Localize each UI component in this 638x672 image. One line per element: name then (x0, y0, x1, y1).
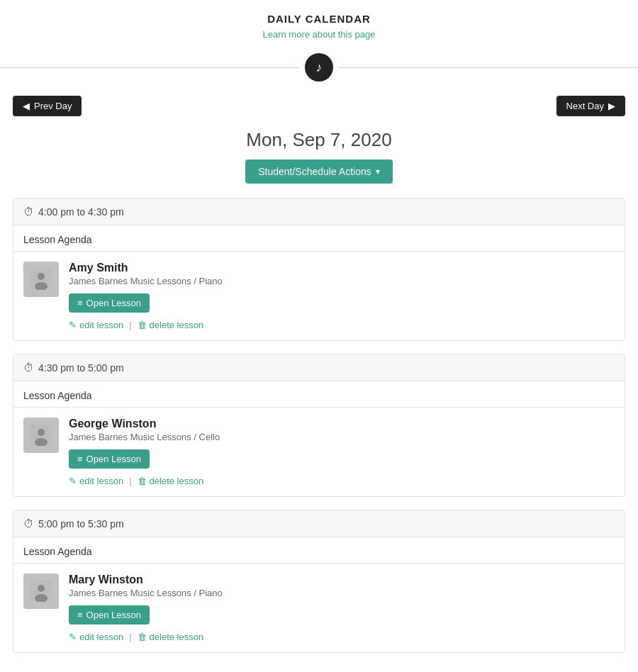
time-range-1: 4:00 pm to 4:30 pm (38, 206, 124, 218)
student-info-2: George Winston James Barnes Music Lesson… (69, 418, 615, 486)
learn-more-link[interactable]: Learn more about this page (263, 29, 376, 40)
student-card-3: Mary Winston James Barnes Music Lessons … (13, 564, 625, 652)
edit-lesson-link-2[interactable]: ✎ edit lesson (69, 476, 123, 486)
edit-label-1: edit lesson (79, 320, 123, 330)
page-title: DAILY CALENDAR (0, 13, 638, 25)
student-card-1: Amy Smith James Barnes Music Lessons / P… (13, 252, 625, 340)
actions-label: Student/Schedule Actions (258, 166, 371, 177)
edit-label-3: edit lesson (79, 632, 123, 642)
divider-right (339, 67, 638, 68)
edit-label-2: edit lesson (79, 476, 123, 486)
delete-label-3: delete lesson (150, 632, 204, 642)
open-lesson-label-2: Open Lesson (86, 454, 141, 464)
lesson-agenda-label-1: Lesson Agenda (13, 225, 625, 252)
edit-icon-3: ✎ (69, 632, 77, 642)
separator-2: | (129, 476, 131, 486)
time-range-2: 4:30 pm to 5:00 pm (38, 362, 124, 374)
list-icon-3: ≡ (77, 610, 83, 620)
time-block-3: ⏱ 5:00 pm to 5:30 pm Lesson Agenda Mary … (13, 510, 625, 653)
delete-lesson-link-3[interactable]: 🗑 delete lesson (138, 632, 204, 642)
lesson-type-2: James Barnes Music Lessons / Cello (69, 432, 615, 442)
lesson-actions-2: ✎ edit lesson | 🗑 delete lesson (69, 476, 615, 486)
delete-label-1: delete lesson (150, 320, 204, 330)
trash-icon-3: 🗑 (138, 632, 147, 642)
delete-lesson-link-2[interactable]: 🗑 delete lesson (138, 476, 204, 486)
time-header-2: ⏱ 4:30 pm to 5:00 pm (13, 354, 625, 381)
calendar-date: Mon, Sep 7, 2020 (0, 129, 638, 151)
arrow-left-icon: ◀ (23, 101, 30, 111)
delete-label-2: delete lesson (150, 476, 204, 486)
clock-icon-2: ⏱ (23, 362, 34, 374)
prev-day-label: Prev Day (34, 101, 72, 111)
svg-point-4 (38, 429, 45, 436)
svg-point-1 (38, 273, 45, 280)
time-block-2: ⏱ 4:30 pm to 5:00 pm Lesson Agenda Georg… (13, 354, 625, 497)
separator-3: | (129, 632, 131, 642)
edit-lesson-link-3[interactable]: ✎ edit lesson (69, 632, 123, 642)
time-blocks-container: ⏱ 4:00 pm to 4:30 pm Lesson Agenda Amy S… (0, 198, 638, 653)
separator-1: | (129, 320, 131, 330)
delete-lesson-link-1[interactable]: 🗑 delete lesson (138, 320, 204, 330)
student-avatar-2 (23, 418, 59, 453)
student-avatar-1 (23, 262, 59, 297)
date-actions: Mon, Sep 7, 2020 Student/Schedule Action… (0, 123, 638, 198)
next-day-button[interactable]: Next Day ▶ (556, 96, 625, 116)
student-name-2: George Winston (69, 418, 615, 430)
next-day-label: Next Day (566, 101, 604, 111)
time-block-1: ⏱ 4:00 pm to 4:30 pm Lesson Agenda Amy S… (13, 198, 625, 341)
list-icon-1: ≡ (77, 298, 83, 308)
page-header: DAILY CALENDAR Learn more about this pag… (0, 0, 638, 40)
music-icon: ♪ (316, 60, 323, 75)
edit-lesson-link-1[interactable]: ✎ edit lesson (69, 320, 123, 330)
chevron-down-icon: ▾ (376, 167, 380, 177)
lesson-type-1: James Barnes Music Lessons / Piano (69, 276, 615, 286)
svg-point-7 (38, 585, 45, 592)
list-icon-2: ≡ (77, 454, 83, 464)
lesson-actions-1: ✎ edit lesson | 🗑 delete lesson (69, 320, 615, 330)
trash-icon-2: 🗑 (138, 476, 147, 486)
nav-row: ◀ Prev Day Next Day ▶ (0, 89, 638, 123)
music-icon-circle: ♪ (305, 53, 333, 82)
clock-icon-3: ⏱ (23, 517, 34, 530)
lesson-agenda-label-3: Lesson Agenda (13, 537, 625, 564)
open-lesson-button-3[interactable]: ≡ Open Lesson (69, 605, 150, 625)
divider-row: ♪ (0, 53, 638, 82)
time-header-3: ⏱ 5:00 pm to 5:30 pm (13, 510, 625, 537)
student-info-1: Amy Smith James Barnes Music Lessons / P… (69, 262, 615, 330)
open-lesson-label-1: Open Lesson (86, 298, 141, 308)
student-schedule-actions-button[interactable]: Student/Schedule Actions ▾ (245, 159, 393, 184)
open-lesson-button-2[interactable]: ≡ Open Lesson (69, 449, 150, 469)
lesson-agenda-label-2: Lesson Agenda (13, 381, 625, 408)
prev-day-button[interactable]: ◀ Prev Day (13, 96, 82, 116)
time-range-3: 5:00 pm to 5:30 pm (38, 518, 124, 530)
student-name-3: Mary Winston (69, 573, 615, 586)
lesson-actions-3: ✎ edit lesson | 🗑 delete lesson (69, 632, 615, 642)
open-lesson-button-1[interactable]: ≡ Open Lesson (69, 293, 150, 313)
student-info-3: Mary Winston James Barnes Music Lessons … (69, 573, 615, 642)
student-card-2: George Winston James Barnes Music Lesson… (13, 408, 625, 496)
lesson-type-3: James Barnes Music Lessons / Piano (69, 588, 615, 598)
student-avatar-3 (23, 573, 59, 609)
edit-icon-1: ✎ (69, 320, 77, 330)
time-header-1: ⏱ 4:00 pm to 4:30 pm (13, 198, 625, 225)
edit-icon-2: ✎ (69, 476, 77, 486)
clock-icon-1: ⏱ (23, 206, 34, 218)
trash-icon-1: 🗑 (138, 320, 147, 330)
student-name-1: Amy Smith (69, 262, 615, 274)
divider-left (0, 67, 299, 68)
open-lesson-label-3: Open Lesson (86, 610, 141, 620)
arrow-right-icon: ▶ (608, 101, 615, 111)
